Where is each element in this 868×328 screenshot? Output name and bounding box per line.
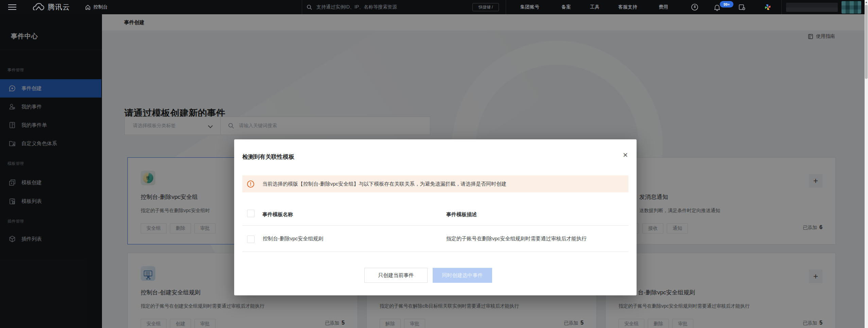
console-home-link[interactable]: 控制台	[85, 0, 108, 14]
avatar[interactable]	[841, 1, 861, 14]
warning-banner: ! 当前选择的模版【控制台-删除vpc安全组】与以下模板存在关联关系，为避免遗漏…	[242, 175, 628, 192]
warning-icon: !	[247, 180, 254, 188]
column-header-template-name: 事件模板名称	[262, 211, 293, 218]
row-checkbox[interactable]	[247, 236, 255, 243]
hamburger-menu-icon[interactable]	[8, 4, 16, 10]
pinwheel-apps-icon[interactable]	[764, 0, 771, 14]
home-icon	[85, 4, 91, 10]
nav-billing[interactable]: 费用	[659, 0, 668, 14]
global-search[interactable]: 支持通过实例ID、IP、名称等搜索资源	[307, 0, 397, 14]
table-divider	[242, 252, 628, 252]
logo-text: 腾讯云	[48, 2, 70, 12]
column-header-template-desc: 事件模板描述	[446, 211, 477, 218]
table-divider	[242, 225, 628, 226]
dialog-title: 检测到有关联性模板	[242, 153, 294, 161]
nav-icp-filing[interactable]: 备案	[561, 0, 571, 14]
close-icon[interactable]: ×	[623, 151, 628, 159]
table-row-template-name: 控制台-删除vpc安全组规则	[263, 236, 323, 242]
nav-tools[interactable]: 工具	[590, 0, 600, 14]
search-icon	[307, 4, 312, 10]
table-row-template-desc: 指定的子账号在删除vpc安全组规则时需要通过审核后才能执行	[446, 236, 587, 242]
topbar: 腾讯云 控制台 支持通过实例ID、IP、名称等搜索资源 快捷键 / 集团账号 备…	[0, 0, 868, 14]
redacted-account-name[interactable]	[786, 3, 838, 12]
topbar-divider	[781, 0, 782, 14]
cloud-logo-icon	[31, 3, 45, 12]
topbar-divider	[506, 0, 506, 14]
page: 腾讯云 控制台 支持通过实例ID、IP、名称等搜索资源 快捷键 / 集团账号 备…	[0, 0, 868, 328]
topbar-divider	[302, 0, 302, 14]
warning-text: 当前选择的模版【控制台-删除vpc安全组】与以下模板存在关联关系，为避免遗漏拦截…	[262, 181, 506, 187]
select-all-checkbox[interactable]	[247, 210, 255, 217]
notification-count-badge[interactable]: 99+	[720, 1, 733, 7]
create-selected-together-button-disabled[interactable]: 同时创建选中事件	[433, 268, 492, 283]
nav-support[interactable]: 客服支持	[618, 0, 637, 14]
notification-bell-icon[interactable]	[714, 0, 721, 14]
scrollbar-thumb[interactable]	[865, 5, 868, 79]
nav-group-account[interactable]: 集团账号	[520, 0, 539, 14]
scrollbar-up-arrow[interactable]: ▲	[865, 1, 868, 4]
promotion-icon[interactable]	[691, 0, 698, 14]
global-search-placeholder: 支持通过实例ID、IP、名称等搜索资源	[316, 4, 397, 10]
page-scrollbar[interactable]: ▲	[865, 0, 868, 328]
ticket-settings-icon[interactable]	[739, 0, 746, 14]
tencent-cloud-logo[interactable]: 腾讯云	[31, 0, 70, 14]
create-current-only-button[interactable]: 只创建当前事件	[364, 268, 428, 283]
related-template-dialog: 检测到有关联性模板 × ! 当前选择的模版【控制台-删除vpc安全组】与以下模板…	[234, 139, 637, 295]
shortcut-key-badge: 快捷键 /	[472, 3, 499, 11]
